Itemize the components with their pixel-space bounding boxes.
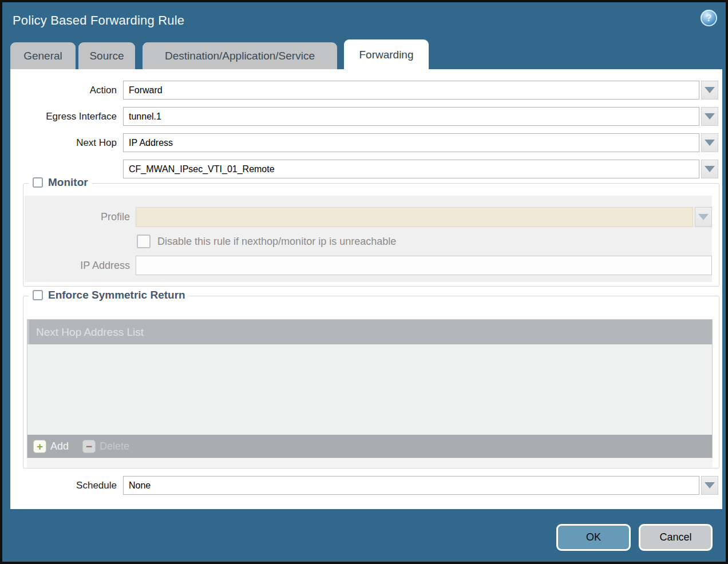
grid-bottom-strip	[27, 459, 713, 467]
egress-interface-label: Egress Interface	[10, 107, 123, 126]
ok-button-label: OK	[586, 531, 601, 543]
tab-general[interactable]: General	[10, 42, 76, 69]
disable-rule-label: Disable this rule if nexthop/monitor ip …	[157, 236, 396, 248]
add-button-label: Add	[50, 440, 69, 452]
monitor-fieldset: Monitor Profile Disable this rule if nex…	[23, 183, 719, 287]
egress-interface-dropdown-trigger[interactable]	[701, 107, 718, 126]
next-hop-address-row: CF_MWAN_IPsec_VTI_01_Remote	[10, 160, 718, 178]
schedule-row: Schedule None	[10, 476, 718, 495]
schedule-combobox[interactable]: None	[123, 476, 699, 495]
tab-destination-application-service[interactable]: Destination/Application/Service	[143, 42, 337, 69]
monitor-ip-label: IP Address	[25, 256, 136, 276]
forwarding-tab-panel: Action Forward Egress Interface tunnel.1…	[10, 69, 722, 509]
action-combobox[interactable]: Forward	[123, 81, 699, 100]
delete-button-label: Delete	[100, 440, 129, 452]
grid-header: Next Hop Address List	[27, 320, 712, 344]
disable-rule-row: Disable this rule if nexthop/monitor ip …	[137, 235, 712, 248]
egress-interface-combobox[interactable]: tunnel.1	[123, 107, 699, 126]
profile-label: Profile	[25, 207, 136, 227]
next-hop-address-list-grid: Next Hop Address List + Add − Delete	[27, 319, 713, 458]
help-icon[interactable]: ?	[701, 10, 717, 26]
monitor-checkbox[interactable]	[33, 177, 43, 188]
next-hop-row: Next Hop IP Address	[10, 133, 718, 152]
next-hop-address-combobox[interactable]: CF_MWAN_IPsec_VTI_01_Remote	[123, 160, 699, 178]
profile-row: Profile	[25, 207, 712, 227]
symmetric-return-fieldset: Enforce Symmetric Return Next Hop Addres…	[23, 296, 719, 468]
add-button[interactable]: + Add	[33, 440, 69, 453]
grid-header-label: Next Hop Address List	[36, 326, 144, 339]
delete-button: − Delete	[82, 440, 129, 453]
tab-forwarding[interactable]: Forwarding	[344, 39, 429, 70]
symmetric-return-legend: Enforce Symmetric Return	[29, 289, 189, 301]
ok-button[interactable]: OK	[556, 524, 631, 551]
monitor-legend: Monitor	[29, 176, 92, 189]
question-mark-glyph: ?	[706, 13, 712, 23]
monitor-legend-label: Monitor	[48, 176, 88, 189]
profile-combobox	[136, 207, 693, 227]
action-dropdown-trigger[interactable]	[701, 81, 718, 100]
chevron-down-icon	[705, 140, 715, 146]
next-hop-address-dropdown-trigger[interactable]	[701, 160, 718, 178]
monitor-ip-input	[136, 256, 712, 275]
minus-icon: −	[82, 440, 96, 453]
action-row: Action Forward	[10, 81, 718, 100]
egress-interface-row: Egress Interface tunnel.1	[10, 107, 718, 126]
tab-label: Destination/Application/Service	[165, 50, 315, 62]
symmetric-return-checkbox[interactable]	[33, 290, 43, 300]
tab-source[interactable]: Source	[78, 42, 135, 69]
chevron-down-icon	[705, 482, 715, 488]
profile-dropdown-trigger	[695, 207, 712, 227]
next-hop-label: Next Hop	[10, 133, 123, 152]
tab-label: General	[23, 50, 62, 62]
cancel-button-label: Cancel	[659, 531, 691, 543]
pbf-rule-dialog: Policy Based Forwarding Rule ? General S…	[0, 0, 728, 564]
chevron-down-icon	[705, 166, 715, 172]
symmetric-return-legend-label: Enforce Symmetric Return	[48, 289, 185, 301]
dialog-title: Policy Based Forwarding Rule	[13, 13, 184, 28]
grid-toolbar: + Add − Delete	[27, 435, 712, 458]
cancel-button[interactable]: Cancel	[639, 524, 713, 551]
chevron-down-icon	[705, 113, 715, 120]
monitor-ip-row: IP Address	[25, 256, 712, 276]
next-hop-type-dropdown-trigger[interactable]	[701, 133, 718, 152]
next-hop-type-combobox[interactable]: IP Address	[123, 133, 699, 152]
plus-icon: +	[33, 440, 46, 453]
monitor-panel: Profile Disable this rule if nexthop/mon…	[25, 196, 712, 282]
schedule-dropdown-trigger[interactable]	[701, 476, 718, 495]
tab-label: Forwarding	[359, 49, 413, 61]
chevron-down-icon	[698, 214, 709, 220]
tab-label: Source	[89, 50, 124, 62]
chevron-down-icon	[705, 87, 715, 93]
schedule-label: Schedule	[10, 476, 123, 495]
action-label: Action	[10, 81, 123, 100]
grid-body-empty	[27, 344, 712, 435]
disable-rule-checkbox	[137, 235, 151, 248]
